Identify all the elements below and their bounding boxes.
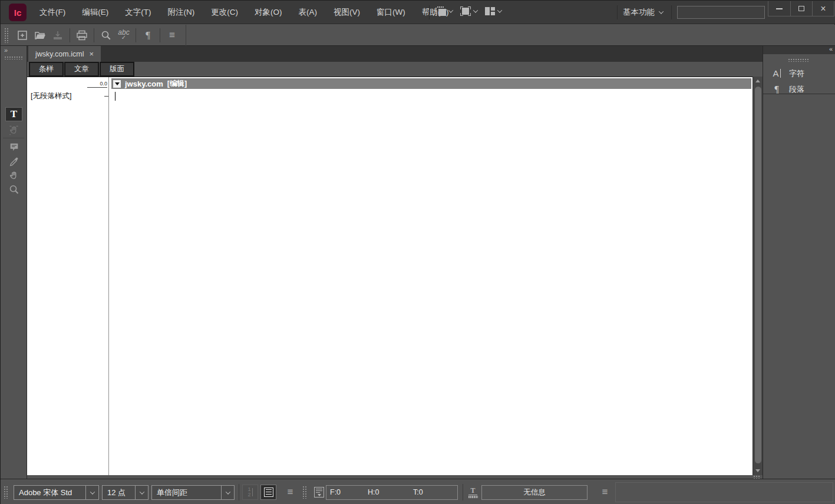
- statusbar-grip[interactable]: [4, 486, 8, 499]
- scroll-down-icon[interactable]: [755, 469, 760, 472]
- toolbar-grip[interactable]: [4, 28, 9, 43]
- close-button[interactable]: ×: [812, 1, 834, 16]
- info-column-toggle[interactable]: [260, 485, 276, 500]
- story-title: jwsky.com: [125, 79, 163, 88]
- tools-panel-grip[interactable]: [4, 56, 23, 59]
- menu-object[interactable]: 对象(O): [246, 1, 291, 24]
- spellcheck-button[interactable]: abc ✓: [115, 27, 133, 44]
- minimize-icon: [776, 8, 783, 9]
- collapse-panels-icon[interactable]: «: [829, 45, 832, 52]
- separator: [94, 28, 94, 42]
- character-panel-icon: A: [771, 69, 783, 78]
- dock-grip[interactable]: [788, 58, 809, 62]
- toolbar: abc ✓ ¶ ≡: [1, 25, 835, 46]
- eyedropper-icon: [9, 156, 19, 167]
- search-icon: [101, 30, 111, 41]
- menu-changes[interactable]: 更改(C): [203, 1, 246, 24]
- menu-notes[interactable]: 附注(N): [160, 1, 203, 24]
- view-options-dropdown[interactable]: [434, 5, 454, 17]
- print-button[interactable]: [73, 27, 91, 44]
- save-button[interactable]: [49, 27, 67, 44]
- tab-galley[interactable]: 条样: [29, 62, 64, 77]
- tab-layout[interactable]: 版面: [100, 62, 134, 77]
- leading-select[interactable]: 单倍间距: [151, 485, 235, 500]
- workspace-label: 基本功能: [623, 7, 655, 18]
- toolbar-menu-button[interactable]: ≡: [163, 27, 181, 44]
- show-hidden-characters-button[interactable]: ¶: [139, 27, 157, 44]
- scroll-up-icon[interactable]: [755, 79, 760, 82]
- separator: [239, 484, 239, 500]
- status-bar: Adobe 宋体 Std 12 点 单倍间距 12 ≡: [1, 479, 835, 504]
- screen-mode-icon: [460, 6, 471, 16]
- chevron-down-icon: [497, 8, 502, 12]
- tab-story[interactable]: 文章: [64, 62, 99, 77]
- collapse-story-button[interactable]: [113, 80, 121, 88]
- spellcheck-icon: abc ✓: [118, 30, 129, 41]
- open-button[interactable]: [31, 27, 49, 44]
- position-tool[interactable]: [5, 123, 22, 137]
- line-numbers-toggle[interactable]: 12: [242, 485, 258, 500]
- info-status-field: 无信息: [481, 485, 588, 500]
- menu-icon: ≡: [169, 29, 175, 41]
- eyedropper-tool[interactable]: [5, 154, 22, 168]
- dock-header: «: [763, 46, 835, 54]
- info-column-icon: [264, 488, 273, 497]
- info-menu-button[interactable]: ≡: [597, 485, 613, 500]
- incopy-window: Ic 文件(F) 编辑(E) 文字(T) 附注(N) 更改(C) 对象(O) 表…: [0, 0, 835, 504]
- vertical-scrollbar[interactable]: [753, 77, 763, 475]
- separator: [617, 5, 618, 19]
- open-folder-icon: [34, 30, 46, 41]
- menu-view[interactable]: 视图(V): [325, 1, 368, 24]
- panel-dock: « A 字符 ¶ 段落: [763, 46, 835, 479]
- new-document-icon: [17, 30, 28, 41]
- copyfit-height: H:0: [368, 488, 379, 496]
- expand-panel-icon[interactable]: »: [4, 47, 7, 54]
- search-input[interactable]: [677, 6, 765, 19]
- font-family-select[interactable]: Adobe 宋体 Std: [14, 485, 99, 500]
- separator: [463, 484, 463, 500]
- font-size-select[interactable]: 12 点: [102, 485, 148, 500]
- type-tool[interactable]: T: [5, 107, 22, 121]
- find-button[interactable]: [97, 27, 115, 44]
- menu-table[interactable]: 表(A): [291, 1, 326, 24]
- divider: [763, 94, 835, 94]
- separator: [136, 28, 136, 42]
- chevron-down-icon: [85, 486, 98, 499]
- menu-type[interactable]: 文字(T): [117, 1, 159, 24]
- statusbar-menu-button[interactable]: ≡: [282, 485, 298, 500]
- title-bar: Ic 文件(F) 编辑(E) 文字(T) 附注(N) 更改(C) 对象(O) 表…: [1, 1, 835, 24]
- maximize-button[interactable]: [790, 1, 812, 16]
- screen-mode-dropdown[interactable]: [458, 5, 479, 17]
- panel-item-character[interactable]: A 字符: [763, 65, 835, 81]
- depth-ruler-value: 0.0: [87, 81, 107, 88]
- chevron-down-icon: [221, 486, 234, 499]
- menu-edit[interactable]: 编辑(E): [74, 1, 117, 24]
- arrange-documents-icon: [485, 7, 495, 15]
- statusbar-grip[interactable]: [302, 486, 307, 499]
- document-tab[interactable]: jwsky.com.icml ×: [28, 46, 101, 62]
- divider: [3, 138, 24, 138]
- menu-file[interactable]: 文件(F): [31, 1, 74, 24]
- tab-close-icon[interactable]: ×: [89, 49, 94, 58]
- story-mode-badge: [编辑]: [167, 79, 187, 89]
- menu-window[interactable]: 窗口(W): [368, 1, 414, 24]
- copyfit-progress-button[interactable]: [311, 485, 327, 500]
- minimize-button[interactable]: [768, 1, 790, 16]
- workspace-switcher[interactable]: 基本功能: [623, 1, 663, 24]
- close-icon: ×: [820, 4, 826, 14]
- scrollbar-thumb[interactable]: [755, 87, 761, 463]
- arrange-documents-dropdown[interactable]: [483, 6, 503, 16]
- line-numbers-icon: 12: [247, 487, 252, 498]
- info-status-text: 无信息: [523, 488, 546, 498]
- hand-tool[interactable]: [5, 168, 22, 183]
- new-document-button[interactable]: [14, 27, 31, 44]
- depth-ruler-button[interactable]: T: [465, 485, 481, 500]
- story-text-area[interactable]: jwsky.com [编辑]: [110, 77, 753, 476]
- zoom-tool[interactable]: [5, 183, 22, 197]
- window-controls: ×: [768, 1, 834, 16]
- panel-item-paragraph[interactable]: ¶ 段落: [763, 81, 835, 97]
- separator: [70, 28, 70, 42]
- note-tool[interactable]: [5, 140, 22, 154]
- view-tabs: 条样 文章 版面: [27, 62, 763, 77]
- save-icon: [52, 30, 63, 41]
